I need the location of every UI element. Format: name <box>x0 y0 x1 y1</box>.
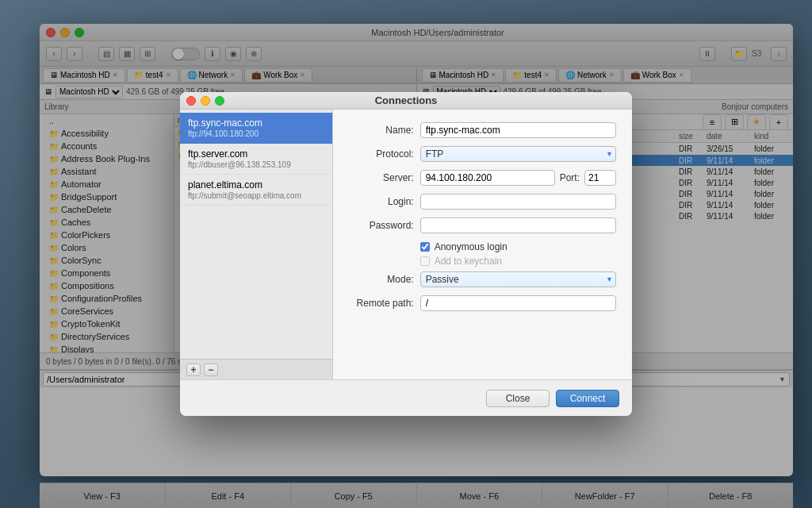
connection-item-planet-eltima[interactable]: planet.eltima.com ftp://submit@seoapp.el… <box>180 175 332 206</box>
modal-overlay: Connections ftp.sync-mac.com ftp://94.10… <box>0 0 812 508</box>
conn-title-ftp-sync: ftp.sync-mac.com <box>188 117 324 129</box>
server-input[interactable] <box>420 170 555 186</box>
password-row: Password: <box>349 217 616 233</box>
remote-path-label: Remote path: <box>349 298 420 309</box>
remote-path-row: Remote path: <box>349 295 616 311</box>
conn-subtitle-ftp-server: ftp://dbuser@96.138.253.109 <box>188 160 324 169</box>
name-row: Name: <box>349 122 616 138</box>
connect-button[interactable]: Connect <box>556 390 619 407</box>
connections-list: ftp.sync-mac.com ftp://94.100.180.200 ft… <box>180 110 332 359</box>
dialog-minimize-btn[interactable] <box>201 96 210 106</box>
server-row: Server: Port: <box>349 170 616 186</box>
mode-row: Mode: Passive Active ▼ <box>349 271 616 287</box>
keychain-checkbox[interactable] <box>420 256 430 266</box>
anonymous-label: Anonymous login <box>435 241 508 252</box>
dialog-title: Connections <box>375 94 438 106</box>
connections-dialog: Connections ftp.sync-mac.com ftp://94.10… <box>180 92 632 416</box>
dialog-traffic-lights <box>186 96 224 106</box>
port-label: Port: <box>555 172 584 183</box>
protocol-select[interactable]: FTP SFTP FTPS <box>420 146 616 162</box>
connections-toolbar: + − <box>180 359 332 379</box>
protocol-select-wrapper: FTP SFTP FTPS ▼ <box>420 146 616 162</box>
add-connection-icon: + <box>190 364 196 375</box>
connect-btn-label: Connect <box>570 393 606 404</box>
connections-list-panel: ftp.sync-mac.com ftp://94.100.180.200 ft… <box>180 110 333 379</box>
mode-select[interactable]: Passive Active <box>420 271 616 287</box>
name-label: Name: <box>349 125 420 136</box>
dialog-close-btn[interactable] <box>186 96 196 106</box>
dialog-maximize-btn[interactable] <box>215 96 224 106</box>
password-input[interactable] <box>420 217 616 233</box>
dialog-body: ftp.sync-mac.com ftp://94.100.180.200 ft… <box>180 110 632 379</box>
dialog-titlebar: Connections <box>180 92 632 110</box>
login-row: Login: <box>349 194 616 210</box>
name-input[interactable] <box>420 122 616 138</box>
keychain-label: Add to keychain <box>435 256 502 267</box>
login-input[interactable] <box>420 194 616 210</box>
connections-form-panel: Name: Protocol: FTP SFTP FTPS ▼ <box>333 110 632 379</box>
server-port-row: Port: <box>420 170 616 186</box>
login-label: Login: <box>349 196 420 207</box>
mode-select-wrapper: Passive Active ▼ <box>420 271 616 287</box>
conn-title-ftp-server: ftp.server.com <box>188 148 324 160</box>
conn-subtitle-ftp-sync: ftp://94.100.180.200 <box>188 129 324 138</box>
add-connection-btn[interactable]: + <box>186 364 201 376</box>
anonymous-checkbox-row: Anonymous login <box>420 241 616 252</box>
conn-title-planet-eltima: planet.eltima.com <box>188 179 324 190</box>
conn-subtitle-planet-eltima: ftp://submit@seoapp.eltima.com <box>188 191 324 200</box>
protocol-label: Protocol: <box>349 148 420 160</box>
remote-path-input[interactable] <box>420 295 616 311</box>
remove-connection-btn[interactable]: − <box>204 364 218 376</box>
remove-connection-icon: − <box>208 364 213 375</box>
anonymous-checkbox[interactable] <box>420 242 430 252</box>
anonymous-row: Anonymous login Add to keychain <box>420 241 616 267</box>
mode-label: Mode: <box>349 274 420 285</box>
protocol-row: Protocol: FTP SFTP FTPS ▼ <box>349 146 616 162</box>
close-btn-label: Close <box>506 393 530 404</box>
connection-item-ftp-sync[interactable]: ftp.sync-mac.com ftp://94.100.180.200 <box>180 113 332 144</box>
server-label: Server: <box>349 172 420 183</box>
dialog-footer: Close Connect <box>180 379 632 416</box>
port-input[interactable] <box>584 170 616 186</box>
connection-item-ftp-server[interactable]: ftp.server.com ftp://dbuser@96.138.253.1… <box>180 144 332 175</box>
password-label: Password: <box>349 220 420 231</box>
keychain-checkbox-row: Add to keychain <box>420 256 616 267</box>
close-button[interactable]: Close <box>486 390 550 407</box>
